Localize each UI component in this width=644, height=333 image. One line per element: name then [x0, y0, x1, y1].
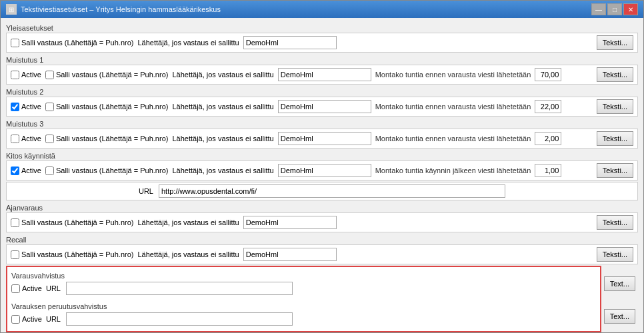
varauksen-peruutusvahvistus-text-btn[interactable]: Text...	[604, 309, 635, 324]
muistutus1-hours-field[interactable]	[535, 68, 561, 81]
varauksen-peruutusvahvistus-header: Varauksen peruutusvahvistus	[11, 300, 596, 311]
recall-demo-field[interactable]	[243, 248, 337, 261]
muistutus1-active-checkbox[interactable]	[11, 71, 19, 79]
muistutus2-active-checkbox[interactable]	[11, 103, 19, 111]
kitos-row1: Active Salli vastaus (Lähettäjä = Puh.nr…	[6, 161, 638, 180]
muistutus2-active-label[interactable]: Active	[11, 103, 41, 111]
muistutus3-salli-label[interactable]: Salli vastaus (Lähettäjä = Puh.nro)	[45, 135, 168, 143]
yleisasetukset-row: Salli vastaus (Lähettäjä = Puh.nro) Lähe…	[6, 33, 638, 53]
kitos-teksti-btn[interactable]: Teksti...	[597, 163, 633, 178]
kitos-hours-field[interactable]	[535, 164, 561, 177]
kitos-url-row: URL	[6, 182, 638, 200]
muistutus1-row: Active Salli vastaus (Lähettäjä = Puh.nr…	[6, 65, 638, 85]
kitos-row1-inner: Active Salli vastaus (Lähettäjä = Puh.nr…	[11, 164, 593, 177]
varauksen-peruutusvahvistus-active-checkbox[interactable]	[11, 315, 20, 324]
kitos-salli-checkbox[interactable]	[45, 166, 54, 175]
muistutus2-row-inner: Active Salli vastaus (Lähettäjä = Puh.nr…	[11, 100, 593, 113]
muistutus3-row: Active Salli vastaus (Lähettäjä = Puh.nr…	[6, 129, 638, 149]
varauksen-peruutusvahvistus-row-inner: Active URL	[11, 312, 596, 326]
muistutus2-header: Muistutus 2	[6, 86, 638, 97]
ajanvaraus-salli-label[interactable]: Salli vastaus (Lähettäjä = Puh.nro)	[11, 218, 133, 227]
muistutus3-row-inner: Active Salli vastaus (Lähettäjä = Puh.nr…	[11, 132, 593, 145]
recall-row-inner: Salli vastaus (Lähettäjä = Puh.nro) Lähe…	[11, 248, 593, 261]
muistutus3-hours-field[interactable]	[535, 132, 561, 145]
recall-salli-checkbox[interactable]	[11, 250, 19, 259]
muistutus2-hours-field[interactable]	[535, 100, 561, 113]
varausvahvistus-url-field[interactable]	[66, 282, 293, 295]
muistutus2-teksti-btn[interactable]: Teksti...	[597, 99, 633, 114]
yleisasetukset-header: Yleisasetukset	[6, 22, 638, 33]
recall-salli-label[interactable]: Salli vastaus (Lähettäjä = Puh.nro)	[11, 250, 133, 259]
ajanvaraus-row-inner: Salli vastaus (Lähettäjä = Puh.nro) Lähe…	[11, 216, 593, 229]
muistutus3-active-label[interactable]: Active	[11, 135, 41, 143]
varauksen-peruutusvahvistus-row: Active URL	[11, 311, 596, 327]
yleisasetukset-row-inner: Salli vastaus (Lähettäjä = Puh.nro) Lähe…	[11, 36, 593, 49]
window-icon: ⊞	[6, 4, 17, 15]
varausvahvistus-header: Varausvahvistus	[11, 270, 596, 280]
maximize-button[interactable]: □	[607, 3, 622, 15]
muistutus1-salli-label[interactable]: Salli vastaus (Lähettäjä = Puh.nro)	[45, 71, 168, 79]
kitos-url-field[interactable]	[159, 184, 505, 198]
muistutus1-demo-field[interactable]	[278, 68, 371, 81]
ajanvaraus-row: Salli vastaus (Lähettäjä = Puh.nro) Lähe…	[6, 212, 638, 232]
varausvahvistus-active-checkbox[interactable]	[11, 284, 20, 293]
varausvahvistus-row-inner: Active URL	[11, 282, 596, 295]
close-button[interactable]: ✕	[623, 3, 638, 15]
ajanvaraus-salli-checkbox[interactable]	[11, 218, 19, 227]
recall-row: Salli vastaus (Lähettäjä = Puh.nro) Lähe…	[6, 244, 638, 264]
kitos-active-label[interactable]: Active	[11, 166, 41, 175]
yleisasetukset-salli-label[interactable]: Salli vastaus (Lähettäjä = Puh.nro)	[11, 39, 133, 47]
kitos-salli-label[interactable]: Salli vastaus (Lähettäjä = Puh.nro)	[45, 166, 168, 175]
titlebar-controls: — □ ✕	[591, 3, 638, 15]
recall-header: Recall	[6, 234, 638, 244]
muistutus1-active-label[interactable]: Active	[11, 71, 41, 79]
muistutus3-active-checkbox[interactable]	[11, 135, 19, 143]
muistutus3-teksti-btn[interactable]: Teksti...	[597, 131, 633, 146]
minimize-button[interactable]: —	[591, 3, 606, 15]
main-content: Yleisasetukset Salli vastaus (Lähettäjä …	[1, 18, 643, 332]
kitos-demo-field[interactable]	[278, 164, 371, 177]
kitos-active-checkbox[interactable]	[11, 166, 19, 175]
ajanvaraus-teksti-btn[interactable]: Teksti...	[597, 215, 633, 230]
varausvahvistus-row: Active URL	[11, 280, 596, 296]
muistutus2-row: Active Salli vastaus (Lähettäjä = Puh.nr…	[6, 97, 638, 117]
yleisasetukset-teksti-btn[interactable]: Teksti...	[597, 35, 633, 50]
muistutus1-row-inner: Active Salli vastaus (Lähettäjä = Puh.nr…	[11, 68, 593, 81]
ajanvaraus-header: Ajanvaraus	[6, 202, 638, 212]
ajanvaraus-demo-field[interactable]	[243, 216, 337, 229]
muistutus3-salli-checkbox[interactable]	[45, 135, 54, 143]
varausvahvistus-text-btn[interactable]: Text...	[604, 276, 635, 291]
muistutus1-teksti-btn[interactable]: Teksti...	[597, 67, 633, 82]
varausvahvistus-active-label[interactable]: Active	[11, 284, 42, 293]
kitos-header: Kitos käynnistä	[6, 150, 638, 161]
recall-teksti-btn[interactable]: Teksti...	[597, 247, 633, 262]
yleisasetukset-demo-field[interactable]	[243, 36, 337, 49]
muistutus3-demo-field[interactable]	[278, 132, 371, 145]
main-window: ⊞ Tekstiviestiasetukset – Yritys Helsing…	[0, 0, 644, 333]
window-title: Tekstiviestiasetukset – Yritys Helsingin…	[21, 5, 221, 13]
titlebar-left: ⊞ Tekstiviestiasetukset – Yritys Helsing…	[6, 4, 221, 15]
muistutus2-salli-checkbox[interactable]	[45, 103, 54, 111]
titlebar: ⊞ Tekstiviestiasetukset – Yritys Helsing…	[1, 1, 643, 18]
muistutus1-header: Muistutus 1	[6, 54, 638, 65]
kitos-url-row-inner: URL	[11, 184, 633, 198]
varauksen-peruutusvahvistus-url-field[interactable]	[66, 312, 293, 326]
muistutus2-salli-label[interactable]: Salli vastaus (Lähettäjä = Puh.nro)	[45, 103, 168, 111]
highlighted-btns: Text... Text...	[601, 266, 638, 332]
muistutus3-header: Muistutus 3	[6, 118, 638, 129]
muistutus2-demo-field[interactable]	[278, 100, 371, 113]
yleisasetukset-salli-checkbox[interactable]	[11, 39, 19, 47]
varauksen-peruutusvahvistus-active-label[interactable]: Active	[11, 315, 42, 324]
highlighted-section: Varausvahvistus Active URL Varauksen per…	[6, 266, 601, 332]
muistutus1-salli-checkbox[interactable]	[45, 71, 54, 79]
